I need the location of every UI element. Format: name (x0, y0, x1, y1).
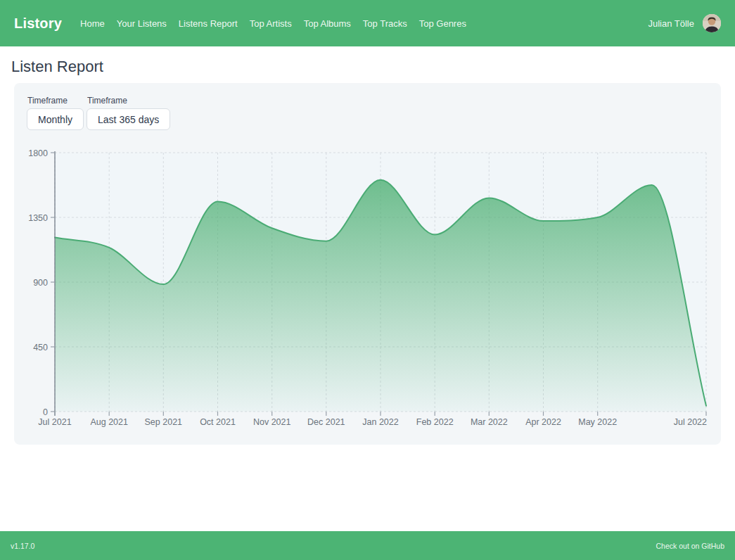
x-axis-label: Dec 2021 (307, 417, 345, 427)
y-axis-label: 900 (33, 278, 48, 288)
x-axis-label: Jan 2022 (362, 417, 398, 427)
nav-item-your-listens[interactable]: Your Listens (117, 18, 167, 29)
y-axis-label: 0 (43, 407, 48, 417)
footer: v1.17.0 Check out on GitHub (0, 531, 735, 560)
nav-item-top-albums[interactable]: Top Albums (304, 18, 351, 29)
timeframe-controls: Timeframe Monthly Timeframe Last 365 day… (27, 96, 708, 130)
x-axis-label: Jul 2021 (38, 417, 71, 427)
y-axis-label: 1800 (28, 148, 48, 158)
user-avatar-photo (703, 14, 721, 32)
y-axis-label: 1350 (28, 213, 48, 223)
listens-area-chart[interactable]: 045090013501800Jul 2021Aug 2021Sep 2021O… (27, 147, 708, 432)
timeframe-mode-label: Timeframe (27, 96, 84, 106)
timeframe-mode-select[interactable]: Monthly (27, 108, 84, 130)
x-axis-label: Sep 2021 (145, 417, 183, 427)
user-name: Julian Tölle (648, 18, 694, 29)
page-title: Listen Report (11, 58, 724, 76)
user-menu[interactable]: Julian Tölle (648, 14, 721, 32)
report-card: Timeframe Monthly Timeframe Last 365 day… (14, 83, 721, 445)
timeframe-range-label: Timeframe (87, 96, 170, 106)
timeframe-range-select[interactable]: Last 365 days (87, 108, 170, 130)
nav-item-top-artists[interactable]: Top Artists (250, 18, 292, 29)
x-axis-label: Oct 2021 (200, 417, 236, 427)
x-axis-label: Mar 2022 (471, 417, 508, 427)
nav-item-top-tracks[interactable]: Top Tracks (363, 18, 407, 29)
x-axis-label: Feb 2022 (416, 417, 454, 427)
app-version: v1.17.0 (11, 542, 34, 550)
x-axis-label: Nov 2021 (253, 417, 291, 427)
x-axis-label: May 2022 (578, 417, 617, 427)
x-axis-label: Jul 2022 (674, 417, 707, 427)
chart-area[interactable]: 045090013501800Jul 2021Aug 2021Sep 2021O… (27, 147, 708, 432)
y-axis-label: 450 (33, 343, 48, 352)
timeframe-mode-control: Timeframe Monthly (27, 96, 84, 130)
timeframe-range-control: Timeframe Last 365 days (87, 96, 170, 130)
nav-item-listens-report[interactable]: Listens Report (179, 18, 238, 29)
brand-logo[interactable]: Listory (14, 15, 62, 32)
x-axis-label: Apr 2022 (525, 417, 561, 427)
main-content: Listen Report Timeframe Monthly Timefram… (0, 46, 735, 531)
top-navbar: Listory Home Your Listens Listens Report… (0, 0, 735, 46)
nav-item-top-genres[interactable]: Top Genres (419, 18, 466, 29)
x-axis-label: Aug 2021 (90, 417, 128, 427)
nav-links: Home Your Listens Listens Report Top Art… (80, 18, 466, 29)
github-link[interactable]: Check out on GitHub (656, 542, 724, 550)
user-avatar[interactable] (703, 14, 721, 32)
nav-item-home[interactable]: Home (80, 18, 105, 29)
